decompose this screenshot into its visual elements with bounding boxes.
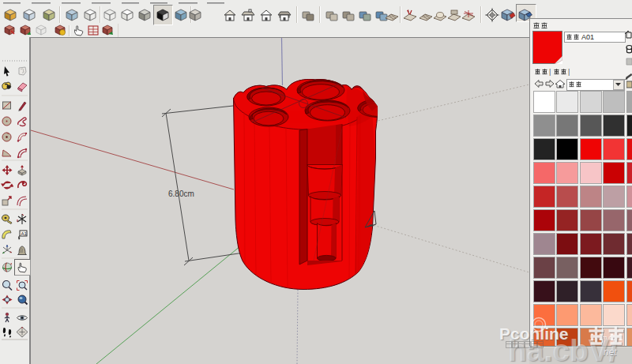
svg-text:6.80cm: 6.80cm [168, 190, 194, 198]
svg-text:A1: A1 [21, 231, 28, 236]
